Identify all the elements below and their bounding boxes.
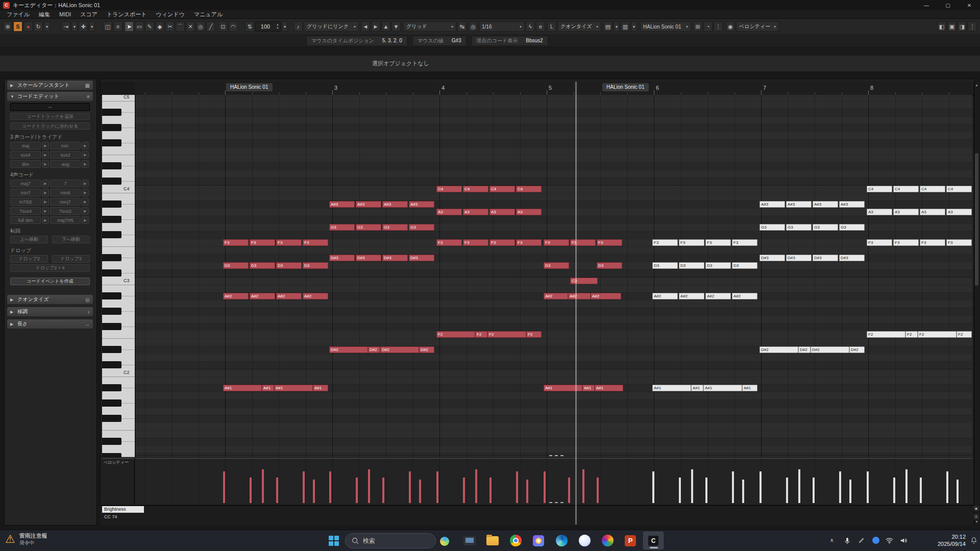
menu-item-スコア[interactable]: スコア (76, 11, 102, 18)
white-key[interactable] (102, 193, 135, 201)
app-chrome[interactable] (505, 532, 526, 549)
black-key[interactable] (102, 399, 121, 407)
solo-editor-icon[interactable]: S (13, 21, 22, 32)
black-key[interactable] (102, 254, 121, 261)
white-key[interactable] (102, 331, 135, 338)
black-key[interactable] (102, 438, 121, 445)
white-key[interactable] (102, 338, 135, 346)
more-icon[interactable]: ⋮ (714, 21, 723, 32)
white-key[interactable] (102, 208, 135, 216)
black-key[interactable] (102, 308, 121, 315)
black-key[interactable] (102, 139, 121, 146)
lane-layer-icon[interactable]: ▥ (621, 21, 630, 32)
black-key[interactable] (102, 231, 121, 238)
tray-chevron-icon[interactable]: ∧ (830, 537, 834, 543)
color-mode-icon[interactable]: ◉ (726, 21, 735, 32)
part-borders-icon[interactable]: ◫ (103, 21, 112, 32)
ruler[interactable] (135, 82, 974, 95)
white-key[interactable] (102, 239, 135, 246)
crosshair-icon[interactable]: ✚ (79, 21, 88, 32)
nudge-up-icon[interactable]: ▲ (381, 21, 390, 32)
black-key[interactable] (102, 178, 121, 185)
nudge-right-icon[interactable]: ► (371, 21, 380, 32)
white-key[interactable] (102, 170, 135, 178)
black-key[interactable] (102, 415, 121, 422)
caret-icon[interactable]: ▾ (282, 21, 288, 32)
white-key[interactable] (102, 445, 135, 453)
black-key[interactable] (102, 162, 121, 169)
white-key[interactable] (102, 147, 135, 155)
window-setup-icon[interactable]: ⋮ (968, 21, 977, 32)
part-select[interactable]: HALion Sonic 01▾ (640, 21, 691, 32)
insert-velocity-field[interactable]: 100▲▼ (255, 21, 281, 32)
piano-keys[interactable]: C5C4C3C2 (102, 95, 135, 457)
draw-tool[interactable]: ✎ (145, 21, 154, 32)
app-photos[interactable] (528, 532, 549, 549)
zoom-plus-button[interactable]: + (973, 513, 979, 520)
grid-link-select[interactable]: グリッドにリンク▾ (304, 21, 359, 32)
app-copilot[interactable] (574, 532, 595, 549)
black-key[interactable] (102, 269, 121, 277)
note-grid[interactable] (135, 95, 972, 457)
app-edge[interactable] (551, 532, 572, 549)
caret-icon[interactable]: ▾ (614, 21, 620, 32)
length-quantize-select[interactable]: クオンタイズ▾ (557, 21, 601, 32)
white-key[interactable] (102, 369, 135, 377)
black-key[interactable] (102, 361, 121, 368)
object-selection-tool[interactable]: ➤ (125, 21, 134, 32)
menu-item-マニュアル[interactable]: マニュアル (189, 11, 227, 18)
app-powerpoint[interactable]: P (620, 532, 641, 549)
caret-icon[interactable]: ▾ (44, 21, 50, 32)
velocity-lane[interactable] (135, 458, 972, 504)
scroll-up-icon[interactable]: ▲ (974, 82, 979, 88)
black-key[interactable] (102, 384, 121, 391)
white-key[interactable] (102, 407, 135, 415)
white-key[interactable] (102, 155, 135, 162)
close-button[interactable]: ✕ (959, 0, 980, 10)
snap-type-icon[interactable]: ↹ (457, 21, 467, 32)
white-key[interactable] (102, 116, 135, 124)
caret-icon[interactable]: ▾ (631, 21, 637, 32)
white-key[interactable] (102, 185, 135, 193)
bluetooth-dot-icon[interactable] (872, 536, 880, 544)
pin-editor-icon[interactable]: ⊕ (3, 21, 12, 32)
menu-item-ウィンドウ[interactable]: ウィンドウ (152, 11, 189, 18)
grid-type-select[interactable]: グリッド▾ (403, 21, 456, 32)
grid-matrix-icon[interactable]: ⊞ (693, 21, 702, 32)
quantize-panel-icon[interactable]: e (536, 21, 545, 32)
black-key[interactable] (102, 201, 121, 208)
autoscroll-icon[interactable]: ⇥ (61, 21, 70, 32)
range-tool[interactable]: ▭ (135, 21, 144, 32)
clock[interactable]: 20:12 2025/09/14 (938, 533, 966, 547)
white-key[interactable] (102, 315, 135, 323)
white-key[interactable] (102, 101, 135, 109)
white-key[interactable] (102, 277, 135, 285)
nudge-down-icon[interactable]: ▼ (391, 21, 401, 32)
controller-lane[interactable] (100, 505, 975, 525)
erase-tool[interactable]: ◆ (155, 21, 164, 32)
length-quantize-icon[interactable]: L (547, 21, 556, 32)
app-cubase[interactable]: C (643, 532, 664, 549)
caret-icon[interactable]: ▾ (89, 21, 95, 32)
maximize-button[interactable]: ▢ (937, 0, 959, 10)
black-key[interactable] (102, 453, 121, 457)
white-key[interactable] (102, 246, 135, 254)
acoustic-feedback-icon[interactable]: ● (23, 21, 33, 32)
white-key[interactable] (102, 392, 135, 399)
white-key[interactable] (102, 430, 135, 438)
app-explorer[interactable] (482, 532, 503, 549)
zoom-tool[interactable]: ◎ (196, 21, 205, 32)
menu-item-MIDI[interactable]: MIDI (55, 11, 76, 17)
lower-zone-icon[interactable]: ▣ (947, 21, 957, 32)
menu-item-ファイル[interactable]: ファイル (2, 11, 34, 18)
caret-icon[interactable]: ▾ (71, 21, 78, 32)
white-key[interactable] (102, 377, 135, 384)
black-key[interactable] (102, 292, 121, 299)
independent-loop-icon[interactable]: ⊡ (218, 21, 228, 32)
curve-icon[interactable]: ◠ (229, 21, 238, 32)
white-key[interactable] (102, 422, 135, 430)
white-key[interactable] (102, 262, 135, 269)
line-tool[interactable]: ╱ (206, 21, 215, 32)
event-layer-icon[interactable]: ▤ (603, 21, 612, 32)
color-scheme-select[interactable]: ベロシティー▾ (736, 21, 779, 32)
